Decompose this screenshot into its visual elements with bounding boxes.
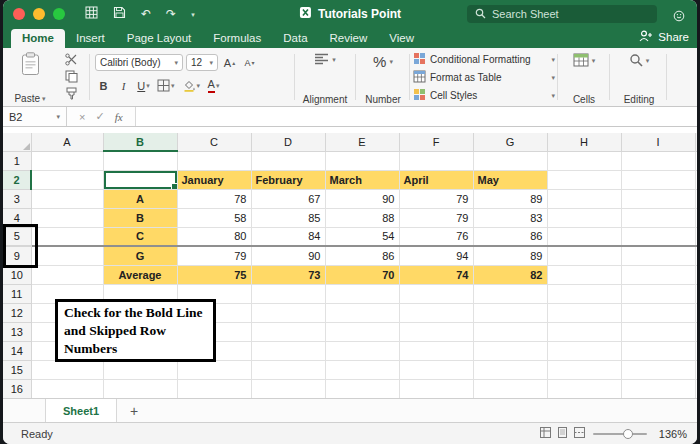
cell[interactable] [251, 322, 325, 341]
paste-button[interactable]: Paste▾ [5, 52, 55, 104]
tab-page-layout[interactable]: Page Layout [116, 29, 203, 48]
cell[interactable] [399, 379, 473, 398]
cell-value[interactable]: 78 [177, 189, 251, 208]
cell[interactable] [177, 151, 251, 170]
cell-row-label[interactable]: C [103, 227, 177, 246]
cell[interactable] [473, 284, 547, 303]
cell[interactable] [547, 379, 621, 398]
zoom-slider-knob[interactable] [623, 429, 633, 439]
cell[interactable] [621, 303, 695, 322]
cell[interactable] [31, 151, 103, 170]
editing-button[interactable]: ▾ Editing [613, 53, 665, 105]
cell-average-value[interactable]: 82 [473, 265, 547, 284]
cell-value[interactable]: 54 [325, 227, 399, 246]
cell[interactable] [251, 379, 325, 398]
toolbar-caret-icon[interactable]: ▾ [191, 11, 195, 18]
row-header[interactable]: 13 [3, 322, 31, 341]
cell-value[interactable]: 58 [177, 208, 251, 227]
column-header[interactable]: F [399, 133, 473, 151]
cell[interactable] [547, 341, 621, 360]
row-header-selected[interactable]: 2 [3, 170, 31, 189]
borders-button[interactable]: ▾ [155, 77, 177, 94]
cancel-icon[interactable]: × [79, 111, 85, 123]
cell[interactable] [621, 322, 695, 341]
cell[interactable] [399, 303, 473, 322]
cell[interactable] [547, 360, 621, 379]
tab-data[interactable]: Data [272, 29, 318, 48]
zoom-window-button[interactable] [53, 8, 65, 20]
column-header[interactable]: D [251, 133, 325, 151]
bold-button[interactable]: B [95, 77, 112, 94]
cell[interactable] [621, 265, 695, 284]
cell[interactable] [473, 322, 547, 341]
row-header[interactable]: 14 [3, 341, 31, 360]
tab-insert[interactable]: Insert [65, 29, 116, 48]
cell[interactable] [103, 379, 177, 398]
cell[interactable] [251, 360, 325, 379]
sheet-tab-sheet1[interactable]: Sheet1 [45, 399, 117, 422]
tab-review[interactable]: Review [319, 29, 379, 48]
cell[interactable] [473, 360, 547, 379]
column-header[interactable]: E [325, 133, 399, 151]
cell[interactable] [621, 227, 695, 246]
cell[interactable] [31, 208, 103, 227]
cell-value[interactable]: 67 [251, 189, 325, 208]
underline-button[interactable]: U▾ [135, 77, 152, 94]
cell-month[interactable]: February [251, 170, 325, 189]
cell-value[interactable]: 90 [251, 246, 325, 265]
tab-formulas[interactable]: Formulas [202, 29, 272, 48]
name-box[interactable]: B2▾ [3, 107, 67, 126]
close-button[interactable] [13, 8, 25, 20]
normal-view-icon[interactable] [540, 427, 551, 440]
cell-value[interactable]: 88 [325, 208, 399, 227]
cell[interactable] [621, 360, 695, 379]
cell[interactable] [473, 341, 547, 360]
cell[interactable] [547, 189, 621, 208]
cell[interactable] [547, 151, 621, 170]
cell[interactable] [621, 284, 695, 303]
cell[interactable] [31, 360, 103, 379]
minimize-button[interactable] [33, 8, 45, 20]
cell[interactable] [31, 170, 103, 189]
page-layout-view-icon[interactable] [557, 427, 568, 440]
cell[interactable] [473, 303, 547, 322]
cell[interactable] [103, 360, 177, 379]
cell-average-value[interactable]: 75 [177, 265, 251, 284]
formula-input[interactable] [136, 107, 697, 126]
cell[interactable] [547, 303, 621, 322]
cell-average-value[interactable]: 74 [399, 265, 473, 284]
annotation-textbox[interactable]: Check for the Bold Line and Skipped Row … [55, 299, 216, 362]
cell[interactable] [251, 151, 325, 170]
row-header[interactable]: 1 [3, 151, 31, 170]
column-header[interactable]: I [621, 133, 695, 151]
cell-value[interactable]: 83 [473, 208, 547, 227]
save-icon[interactable] [113, 6, 126, 22]
cell[interactable] [325, 303, 399, 322]
conditional-formatting-button[interactable]: Conditional Formatting▾ [413, 52, 555, 67]
cell-average-label[interactable]: Average [103, 265, 177, 284]
cell[interactable] [399, 322, 473, 341]
redo-icon[interactable]: ↷ [166, 8, 176, 20]
cell-value[interactable]: 85 [251, 208, 325, 227]
cell[interactable] [621, 151, 695, 170]
fill-color-button[interactable]: ▾ [180, 77, 203, 94]
row-header[interactable]: 3 [3, 189, 31, 208]
cell[interactable] [325, 284, 399, 303]
cell[interactable] [547, 322, 621, 341]
cells-button[interactable]: ▾ Cells [561, 53, 607, 105]
cell[interactable] [547, 265, 621, 284]
select-all-corner[interactable] [3, 133, 31, 151]
cell[interactable] [621, 170, 695, 189]
cell-value[interactable]: 89 [473, 189, 547, 208]
column-header[interactable]: C [177, 133, 251, 151]
cell-average-value[interactable]: 70 [325, 265, 399, 284]
decrease-font-button[interactable]: A▾ [241, 54, 258, 71]
cell[interactable] [251, 341, 325, 360]
cell-row-label[interactable]: B [103, 208, 177, 227]
column-header[interactable]: H [547, 133, 621, 151]
cell[interactable] [251, 284, 325, 303]
cell[interactable] [621, 189, 695, 208]
cell[interactable] [177, 360, 251, 379]
row-header[interactable]: 10 [3, 265, 31, 284]
cell[interactable] [103, 151, 177, 170]
